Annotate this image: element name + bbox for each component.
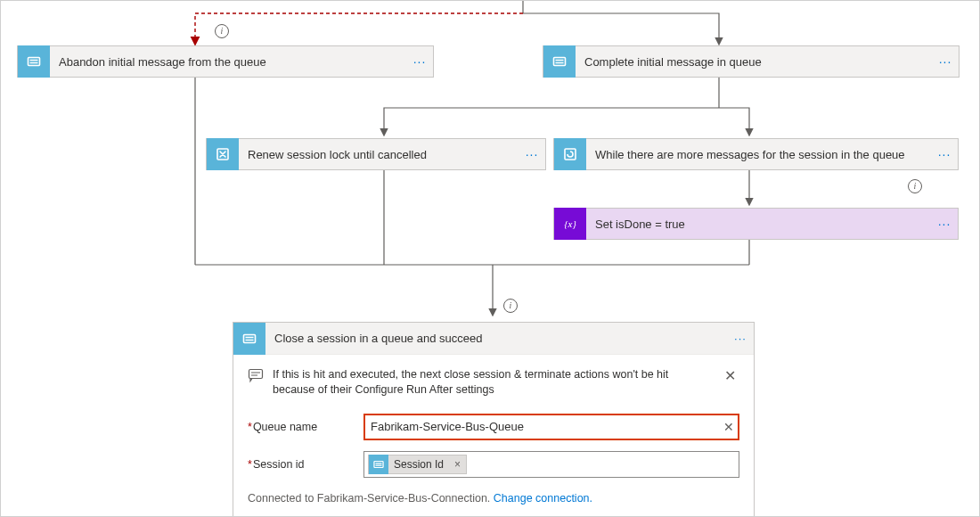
service-bus-icon [543,45,576,78]
svg-rect-5 [244,334,256,342]
session-id-input[interactable]: Session Id × [363,451,739,478]
action-close-session-panel: Close a session in a queue and succeed ·… [233,322,755,517]
comment-text: If this is hit and executed, the next cl… [273,367,712,398]
action-menu-button[interactable]: ··· [931,139,958,169]
action-set-variable-isdone[interactable]: {x} Set isDone = true ··· [553,208,959,240]
clear-input-button[interactable]: ✕ [723,420,734,434]
svg-text:{x}: {x} [564,218,576,229]
action-title: Set isDone = true [586,209,931,239]
designer-canvas: i i i Abandon initial message from the q… [0,0,980,517]
action-menu-button[interactable]: ··· [931,209,958,239]
token-remove-button[interactable]: × [449,458,466,471]
queue-name-input[interactable] [363,414,739,440]
service-bus-icon [369,455,388,474]
field-label: *Session id [248,458,363,471]
while-title: While there are more messages for the se… [586,139,931,169]
scope-icon [554,138,586,170]
connection-text: Connected to Fabrikam-Service-Bus-Connec… [248,492,494,505]
scope-icon [207,138,239,170]
panel-body: If this is hit and executed, the next cl… [233,355,754,517]
session-id-token[interactable]: Session Id × [368,455,467,474]
field-queue-name: *Queue name ✕ [248,408,739,446]
service-bus-icon [18,45,50,78]
action-menu-button[interactable]: ··· [932,46,959,77]
token-label: Session Id [388,458,449,471]
while-loop-more-messages[interactable]: While there are more messages for the se… [553,138,959,170]
action-menu-button[interactable]: ··· [727,332,754,345]
action-menu-button[interactable]: ··· [406,46,433,77]
info-icon[interactable]: i [215,24,229,38]
panel-title: Close a session in a queue and succeed [265,332,727,345]
svg-rect-6 [249,370,263,379]
info-icon[interactable]: i [503,299,518,313]
info-icon[interactable]: i [908,179,922,193]
action-title: Complete initial message in queue [576,46,932,77]
connection-footer: Connected to Fabrikam-Service-Bus-Connec… [248,483,739,505]
action-abandon-message[interactable]: Abandon initial message from the queue ·… [17,45,434,78]
panel-header[interactable]: Close a session in a queue and succeed ·… [233,323,754,355]
svg-rect-7 [374,461,383,467]
service-bus-icon [233,323,265,355]
svg-rect-0 [29,58,40,66]
field-session-id: *Session id Session Id × [248,446,739,483]
scope-renew-session-lock[interactable]: Renew session lock until cancelled ··· [206,138,546,170]
field-label: *Queue name [248,421,363,433]
comment-icon [248,367,264,383]
action-title: Abandon initial message from the queue [50,46,406,77]
scope-title: Renew session lock until cancelled [239,139,519,169]
svg-rect-3 [565,149,576,160]
comment-row: If this is hit and executed, the next cl… [248,364,739,408]
comment-close-button[interactable]: ✕ [721,367,739,384]
action-menu-button[interactable]: ··· [519,139,545,169]
svg-rect-1 [554,58,566,66]
action-complete-message[interactable]: Complete initial message in queue ··· [543,45,960,78]
variable-icon: {x} [554,208,586,240]
change-connection-link[interactable]: Change connection. [494,492,592,505]
